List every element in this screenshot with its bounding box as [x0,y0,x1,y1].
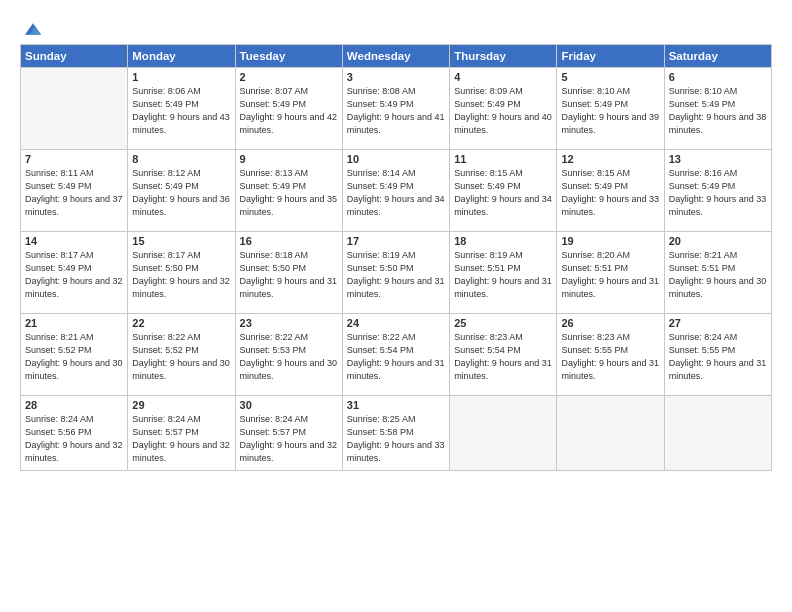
day-info: Sunrise: 8:14 AMSunset: 5:49 PMDaylight:… [347,167,445,219]
calendar-cell: 17Sunrise: 8:19 AMSunset: 5:50 PMDayligh… [342,232,449,314]
day-info: Sunrise: 8:19 AMSunset: 5:50 PMDaylight:… [347,249,445,301]
day-number: 13 [669,153,767,165]
day-number: 7 [25,153,123,165]
day-number: 11 [454,153,552,165]
day-info: Sunrise: 8:16 AMSunset: 5:49 PMDaylight:… [669,167,767,219]
calendar-cell: 28Sunrise: 8:24 AMSunset: 5:56 PMDayligh… [21,396,128,471]
calendar-cell: 26Sunrise: 8:23 AMSunset: 5:55 PMDayligh… [557,314,664,396]
calendar-cell: 18Sunrise: 8:19 AMSunset: 5:51 PMDayligh… [450,232,557,314]
day-number: 8 [132,153,230,165]
day-info: Sunrise: 8:17 AMSunset: 5:49 PMDaylight:… [25,249,123,301]
calendar-cell: 30Sunrise: 8:24 AMSunset: 5:57 PMDayligh… [235,396,342,471]
calendar-cell [450,396,557,471]
calendar-cell: 19Sunrise: 8:20 AMSunset: 5:51 PMDayligh… [557,232,664,314]
day-number: 18 [454,235,552,247]
day-info: Sunrise: 8:24 AMSunset: 5:56 PMDaylight:… [25,413,123,465]
col-header-monday: Monday [128,45,235,68]
calendar-cell: 27Sunrise: 8:24 AMSunset: 5:55 PMDayligh… [664,314,771,396]
col-header-sunday: Sunday [21,45,128,68]
day-number: 5 [561,71,659,83]
calendar-cell: 15Sunrise: 8:17 AMSunset: 5:50 PMDayligh… [128,232,235,314]
calendar-header-row: SundayMondayTuesdayWednesdayThursdayFrid… [21,45,772,68]
day-number: 24 [347,317,445,329]
day-info: Sunrise: 8:18 AMSunset: 5:50 PMDaylight:… [240,249,338,301]
calendar-cell: 7Sunrise: 8:11 AMSunset: 5:49 PMDaylight… [21,150,128,232]
day-info: Sunrise: 8:25 AMSunset: 5:58 PMDaylight:… [347,413,445,465]
day-number: 10 [347,153,445,165]
calendar-cell [557,396,664,471]
page: SundayMondayTuesdayWednesdayThursdayFrid… [0,0,792,612]
calendar-cell: 6Sunrise: 8:10 AMSunset: 5:49 PMDaylight… [664,68,771,150]
calendar-cell: 24Sunrise: 8:22 AMSunset: 5:54 PMDayligh… [342,314,449,396]
col-header-saturday: Saturday [664,45,771,68]
day-info: Sunrise: 8:22 AMSunset: 5:54 PMDaylight:… [347,331,445,383]
calendar-cell: 21Sunrise: 8:21 AMSunset: 5:52 PMDayligh… [21,314,128,396]
day-info: Sunrise: 8:17 AMSunset: 5:50 PMDaylight:… [132,249,230,301]
day-info: Sunrise: 8:24 AMSunset: 5:57 PMDaylight:… [132,413,230,465]
day-info: Sunrise: 8:11 AMSunset: 5:49 PMDaylight:… [25,167,123,219]
day-number: 19 [561,235,659,247]
day-number: 9 [240,153,338,165]
day-number: 6 [669,71,767,83]
day-number: 29 [132,399,230,411]
day-info: Sunrise: 8:10 AMSunset: 5:49 PMDaylight:… [561,85,659,137]
day-info: Sunrise: 8:07 AMSunset: 5:49 PMDaylight:… [240,85,338,137]
calendar-cell: 12Sunrise: 8:15 AMSunset: 5:49 PMDayligh… [557,150,664,232]
day-info: Sunrise: 8:22 AMSunset: 5:52 PMDaylight:… [132,331,230,383]
day-number: 22 [132,317,230,329]
calendar-cell: 5Sunrise: 8:10 AMSunset: 5:49 PMDaylight… [557,68,664,150]
calendar-cell: 9Sunrise: 8:13 AMSunset: 5:49 PMDaylight… [235,150,342,232]
day-number: 4 [454,71,552,83]
day-number: 1 [132,71,230,83]
day-number: 25 [454,317,552,329]
day-number: 27 [669,317,767,329]
day-info: Sunrise: 8:12 AMSunset: 5:49 PMDaylight:… [132,167,230,219]
day-info: Sunrise: 8:10 AMSunset: 5:49 PMDaylight:… [669,85,767,137]
day-number: 26 [561,317,659,329]
day-number: 16 [240,235,338,247]
day-info: Sunrise: 8:09 AMSunset: 5:49 PMDaylight:… [454,85,552,137]
day-info: Sunrise: 8:23 AMSunset: 5:54 PMDaylight:… [454,331,552,383]
calendar-cell: 22Sunrise: 8:22 AMSunset: 5:52 PMDayligh… [128,314,235,396]
day-info: Sunrise: 8:24 AMSunset: 5:57 PMDaylight:… [240,413,338,465]
day-number: 31 [347,399,445,411]
calendar-cell: 10Sunrise: 8:14 AMSunset: 5:49 PMDayligh… [342,150,449,232]
day-info: Sunrise: 8:24 AMSunset: 5:55 PMDaylight:… [669,331,767,383]
calendar-cell: 23Sunrise: 8:22 AMSunset: 5:53 PMDayligh… [235,314,342,396]
calendar-cell: 2Sunrise: 8:07 AMSunset: 5:49 PMDaylight… [235,68,342,150]
col-header-thursday: Thursday [450,45,557,68]
calendar-cell: 4Sunrise: 8:09 AMSunset: 5:49 PMDaylight… [450,68,557,150]
header [20,18,772,36]
day-number: 14 [25,235,123,247]
day-info: Sunrise: 8:08 AMSunset: 5:49 PMDaylight:… [347,85,445,137]
col-header-tuesday: Tuesday [235,45,342,68]
calendar-table: SundayMondayTuesdayWednesdayThursdayFrid… [20,44,772,471]
day-number: 12 [561,153,659,165]
calendar-cell: 16Sunrise: 8:18 AMSunset: 5:50 PMDayligh… [235,232,342,314]
day-number: 2 [240,71,338,83]
calendar-cell: 20Sunrise: 8:21 AMSunset: 5:51 PMDayligh… [664,232,771,314]
calendar-cell: 25Sunrise: 8:23 AMSunset: 5:54 PMDayligh… [450,314,557,396]
calendar-cell: 14Sunrise: 8:17 AMSunset: 5:49 PMDayligh… [21,232,128,314]
day-info: Sunrise: 8:19 AMSunset: 5:51 PMDaylight:… [454,249,552,301]
col-header-wednesday: Wednesday [342,45,449,68]
day-number: 20 [669,235,767,247]
calendar-cell [664,396,771,471]
day-info: Sunrise: 8:13 AMSunset: 5:49 PMDaylight:… [240,167,338,219]
calendar-cell: 8Sunrise: 8:12 AMSunset: 5:49 PMDaylight… [128,150,235,232]
day-info: Sunrise: 8:15 AMSunset: 5:49 PMDaylight:… [561,167,659,219]
day-number: 30 [240,399,338,411]
day-info: Sunrise: 8:15 AMSunset: 5:49 PMDaylight:… [454,167,552,219]
day-info: Sunrise: 8:21 AMSunset: 5:52 PMDaylight:… [25,331,123,383]
calendar-cell: 1Sunrise: 8:06 AMSunset: 5:49 PMDaylight… [128,68,235,150]
calendar-cell: 29Sunrise: 8:24 AMSunset: 5:57 PMDayligh… [128,396,235,471]
day-info: Sunrise: 8:22 AMSunset: 5:53 PMDaylight:… [240,331,338,383]
day-info: Sunrise: 8:20 AMSunset: 5:51 PMDaylight:… [561,249,659,301]
logo-icon [22,18,44,40]
day-number: 28 [25,399,123,411]
day-info: Sunrise: 8:23 AMSunset: 5:55 PMDaylight:… [561,331,659,383]
calendar-cell: 31Sunrise: 8:25 AMSunset: 5:58 PMDayligh… [342,396,449,471]
calendar-cell: 11Sunrise: 8:15 AMSunset: 5:49 PMDayligh… [450,150,557,232]
calendar-cell: 13Sunrise: 8:16 AMSunset: 5:49 PMDayligh… [664,150,771,232]
calendar-cell [21,68,128,150]
